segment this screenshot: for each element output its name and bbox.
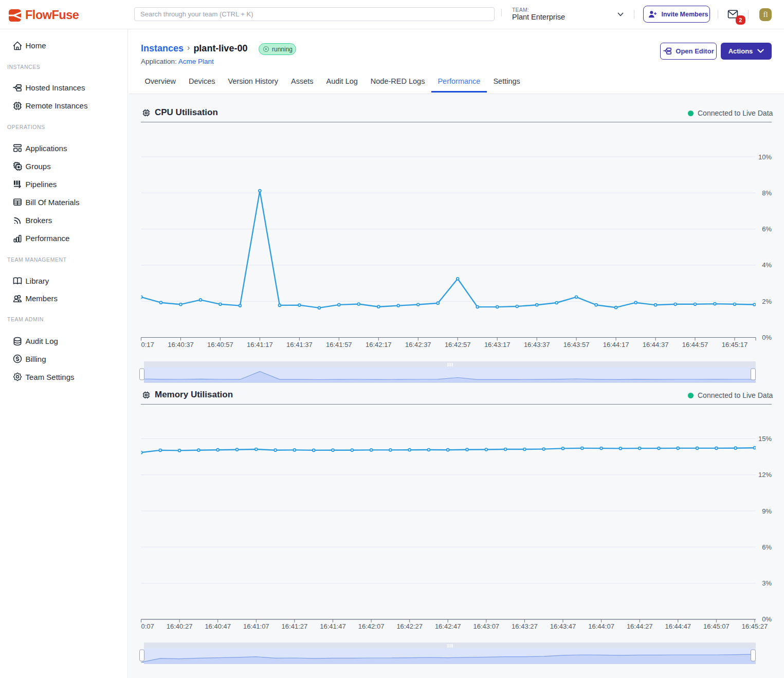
svg-text:6%: 6%: [762, 225, 772, 233]
svg-text:16:45:07: 16:45:07: [703, 622, 730, 630]
svg-text:16:41:17: 16:41:17: [247, 341, 273, 349]
svg-text:16:45:27: 16:45:27: [742, 622, 768, 630]
svg-text:10%: 10%: [758, 153, 772, 161]
svg-text:4%: 4%: [762, 261, 772, 269]
svg-text:16:43:27: 16:43:27: [512, 622, 538, 630]
svg-text:16:44:37: 16:44:37: [643, 341, 669, 349]
svg-text:16:42:07: 16:42:07: [358, 622, 385, 630]
svg-text:16:42:37: 16:42:37: [405, 341, 431, 349]
svg-text:6%: 6%: [762, 543, 772, 551]
svg-text:12%: 12%: [758, 471, 772, 479]
svg-text:16:44:17: 16:44:17: [603, 341, 629, 349]
svg-text:16:43:17: 16:43:17: [484, 341, 510, 349]
svg-text:16:45:17: 16:45:17: [722, 341, 748, 349]
svg-text:15%: 15%: [758, 435, 772, 443]
svg-text:9%: 9%: [762, 507, 772, 515]
svg-text:16:44:57: 16:44:57: [682, 341, 708, 349]
svg-text:16:42:57: 16:42:57: [445, 341, 471, 349]
svg-text:16:41:47: 16:41:47: [320, 622, 346, 630]
svg-text:16:40:27: 16:40:27: [167, 622, 193, 630]
svg-text:16:40:37: 16:40:37: [168, 341, 194, 349]
svg-text:0:07: 0:07: [141, 622, 154, 630]
svg-text:16:42:47: 16:42:47: [435, 622, 461, 630]
svg-text:16:41:57: 16:41:57: [326, 341, 352, 349]
svg-text:16:42:27: 16:42:27: [396, 622, 423, 630]
svg-text:16:43:47: 16:43:47: [550, 622, 576, 630]
svg-text:16:43:57: 16:43:57: [563, 341, 590, 349]
svg-text:16:40:57: 16:40:57: [207, 341, 233, 349]
svg-text:16:43:07: 16:43:07: [473, 622, 499, 630]
svg-text:3%: 3%: [762, 579, 772, 587]
svg-text:16:44:07: 16:44:07: [588, 622, 614, 630]
svg-text:8%: 8%: [762, 189, 772, 197]
svg-text:16:40:47: 16:40:47: [205, 622, 231, 630]
svg-text:16:44:47: 16:44:47: [665, 622, 691, 630]
svg-text:16:41:27: 16:41:27: [282, 622, 308, 630]
svg-text:16:44:27: 16:44:27: [627, 622, 653, 630]
svg-text:16:42:17: 16:42:17: [366, 341, 392, 349]
svg-text:2%: 2%: [762, 298, 772, 305]
svg-text:16:43:37: 16:43:37: [524, 341, 550, 349]
svg-text:16:41:37: 16:41:37: [286, 341, 313, 349]
svg-text:16:41:07: 16:41:07: [243, 622, 269, 630]
svg-text:0%: 0%: [762, 334, 772, 341]
svg-text:0:17: 0:17: [141, 341, 154, 349]
